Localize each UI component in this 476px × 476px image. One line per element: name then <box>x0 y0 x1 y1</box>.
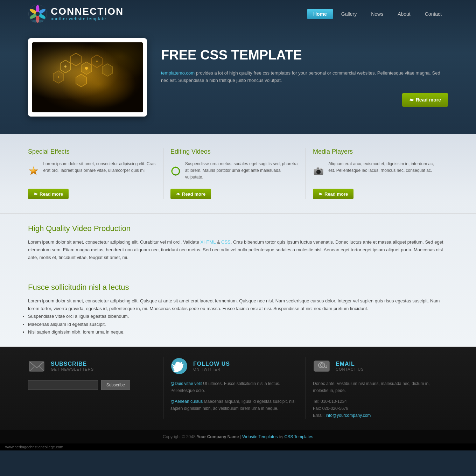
email-tel: Tel: 010-010-1234 <box>313 398 441 405</box>
hero-section: FREE CSS TEMPLATE templatemo.com provide… <box>0 28 476 134</box>
email-link[interactable]: info@yourcompany.com <box>326 413 371 418</box>
svg-rect-33 <box>321 169 322 170</box>
svg-rect-31 <box>317 167 319 169</box>
nav-contact[interactable]: Contact <box>419 9 448 19</box>
email-fax: Fax: 020-020-5678 <box>313 405 441 412</box>
recycle-icon <box>170 161 181 182</box>
email-contact: Email: info@yourcompany.com <box>313 412 441 419</box>
subscribe-input[interactable] <box>28 380 98 390</box>
svg-point-21 <box>44 42 128 98</box>
article-fusce: Fusce sollicitudin nisl a lectus Lorem i… <box>0 272 476 346</box>
twitter-post-2: @Aenean cursus Maecenas aliquam, ligula … <box>170 398 299 412</box>
hero-read-more-button[interactable]: Read more <box>402 93 448 107</box>
feature-read-more-1[interactable]: Read more <box>28 189 69 199</box>
article1-mid: & <box>216 239 221 245</box>
status-bar: www.heritagechristiancollege.com <box>0 443 476 450</box>
twitter-user-1[interactable]: @Duis vitae velit <box>170 381 202 386</box>
subscribe-title: SUBSCRIBE <box>51 361 94 367</box>
hero-link[interactable]: templatemo.com <box>161 70 195 76</box>
hero-image <box>32 42 143 112</box>
svg-rect-9 <box>32 42 143 112</box>
nav-news[interactable]: News <box>365 9 390 19</box>
status-url: www.heritagechristiancollege.com <box>5 445 63 449</box>
feature-read-more-3[interactable]: Read more <box>313 189 354 199</box>
nav-home[interactable]: Home <box>307 9 333 19</box>
email-address-text: Donec ante. Vestibulum nisl mauris, male… <box>313 380 441 394</box>
feature-read-more-2[interactable]: Read more <box>170 189 211 199</box>
twitter-post-1: @Duis vitae velit Ut ultrices. Fusce sol… <box>170 380 299 394</box>
main-content: Special Effects Lorem ipsum dolo <box>0 134 476 347</box>
email-icon <box>313 357 330 375</box>
article1-link-css[interactable]: CSS <box>221 239 231 245</box>
footer-by: by <box>278 434 284 439</box>
twitter-title-area: FOLLOW US ON TWITTER <box>193 361 230 371</box>
feature-body-2: Suspendisse urna metus, sodales eget sag… <box>170 161 299 182</box>
email-title-area: EMAIL CONTACT US <box>336 361 364 371</box>
logo-icon <box>28 4 47 23</box>
footer-subscribe-col: SUBSCRIBE GET NEWSLETTERS Subscribe <box>28 357 163 419</box>
envelope-icon <box>28 357 46 375</box>
list-item-3: Nisi sapien dignissim nibh, lorem urna i… <box>28 328 448 336</box>
svg-marker-15 <box>102 64 113 76</box>
feature-title-3: Media Players <box>313 148 441 155</box>
article1-body-start: Lorem ipsum dolor sit amet, consectetur … <box>28 239 201 245</box>
header: CONNECTION another website template Home… <box>0 0 476 134</box>
hero-description: templatemo.com provides a lot of high qu… <box>161 70 448 84</box>
article-video-production: High Quality Video Production Lorem ipsu… <box>0 214 476 272</box>
css-templates-link[interactable]: CSS Templates <box>284 434 313 439</box>
article-body-1: Lorem ipsum dolor sit amet, consectetur … <box>28 238 448 261</box>
feature-body-3: Aliquam erat arcu, euismod et, dignissim… <box>313 161 441 182</box>
feature-special-effects: Special Effects Lorem ipsum dolo <box>28 148 163 199</box>
website-templates-link[interactable]: Website Templates <box>242 434 278 439</box>
svg-point-7 <box>36 12 40 16</box>
svg-point-17 <box>64 65 66 68</box>
feature-text-2: Suspendisse urna metus, sodales eget sag… <box>185 161 299 182</box>
svg-point-20 <box>58 76 59 78</box>
svg-point-30 <box>317 171 318 172</box>
svg-marker-11 <box>71 53 81 66</box>
feature-media-players: Media Players <box>306 148 448 199</box>
camera-icon <box>313 161 324 182</box>
feature-body-1: Lorem ipsum dolor sit amet, consectetur … <box>28 161 156 182</box>
footer-subscribe-header: SUBSCRIBE GET NEWSLETTERS <box>28 357 156 375</box>
article-list: Suspendisse vitae orci a ligula egestas … <box>28 313 448 336</box>
article-title-1: High Quality Video Production <box>28 224 448 233</box>
twitter-user-2[interactable]: @Aenean cursus <box>170 399 203 404</box>
nav-about[interactable]: About <box>391 9 417 19</box>
svg-point-18 <box>85 67 88 70</box>
hero-description-text: provides a lot of high quality free css … <box>161 70 440 83</box>
email-label: Email: <box>313 413 326 418</box>
feature-text-1: Lorem ipsum dolor sit amet, consectetur … <box>43 161 156 182</box>
features-section: Special Effects Lorem ipsum dolo <box>0 134 476 214</box>
list-item-1: Suspendisse vitae orci a ligula egestas … <box>28 313 448 320</box>
site-title: CONNECTION <box>51 7 124 16</box>
twitter-title: FOLLOW US <box>193 361 230 367</box>
article1-link-xhtml[interactable]: XHTML <box>201 239 216 245</box>
svg-marker-16 <box>76 74 86 87</box>
article-title-2: Fusce sollicitudin nisl a lectus <box>28 283 448 292</box>
hero-title: FREE CSS TEMPLATE <box>161 48 448 63</box>
company-name: Your Company Name <box>197 434 239 439</box>
svg-marker-12 <box>81 62 92 75</box>
subscribe-subtitle: GET NEWSLETTERS <box>51 367 94 371</box>
footer-email-header: EMAIL CONTACT US <box>313 357 441 375</box>
footer-bottom: Copyright © 2048 Your Company Name | Web… <box>0 430 476 443</box>
svg-point-19 <box>96 61 98 62</box>
footer-top: SUBSCRIBE GET NEWSLETTERS Subscribe FOLL… <box>0 347 476 430</box>
feature-title-2: Editing Videos <box>170 148 299 155</box>
article-body-2: Lorem ipsum dolor sit amet, consectetur … <box>28 297 448 313</box>
logo-area: CONNECTION another website template <box>28 4 124 23</box>
feature-title-1: Special Effects <box>28 148 156 155</box>
svg-marker-14 <box>53 71 64 83</box>
subscribe-title-area: SUBSCRIBE GET NEWSLETTERS <box>51 361 94 371</box>
email-subtitle: CONTACT US <box>336 367 364 371</box>
svg-point-8 <box>32 20 43 22</box>
header-top: CONNECTION another website template Home… <box>0 0 476 28</box>
feature-editing-videos: Editing Videos <box>163 148 306 199</box>
hero-content: FREE CSS TEMPLATE templatemo.com provide… <box>161 48 448 106</box>
subscribe-button[interactable]: Subscribe <box>101 380 130 390</box>
twitter-subtitle: ON TWITTER <box>193 367 230 371</box>
nav-gallery[interactable]: Gallery <box>335 9 363 19</box>
email-title: EMAIL <box>336 361 364 367</box>
hero-image-container <box>28 38 147 117</box>
